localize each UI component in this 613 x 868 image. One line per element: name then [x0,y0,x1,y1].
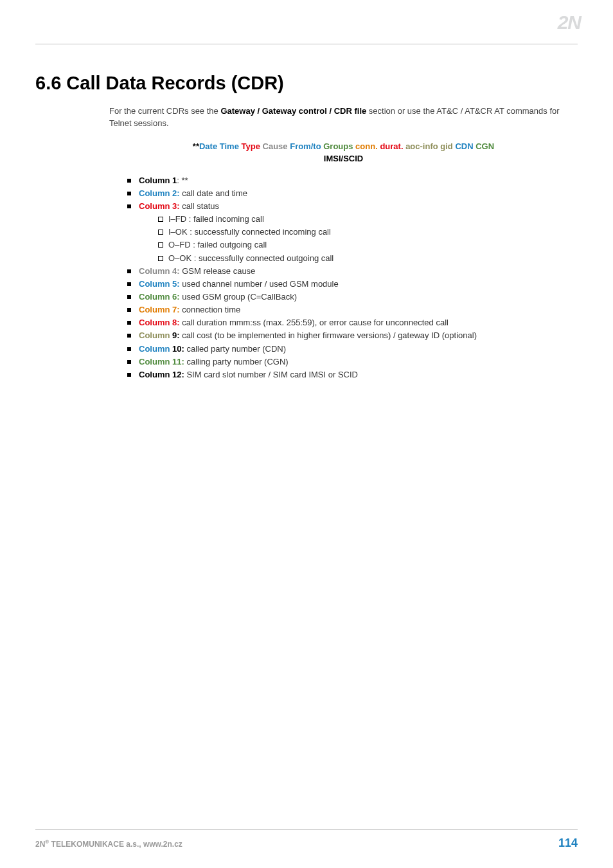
col-text: connection time [180,305,241,314]
fmt-type: Type [242,141,260,151]
col-text: used GSM group (C=CallBack) [180,292,297,302]
col-text: calling party number (CGN) [184,357,289,366]
fmt-imsi: IMSI/SCID [324,154,363,163]
footer-post: TELEKOMUNIKACE a.s., www.2n.cz [49,840,182,849]
list-item: Column 4: GSM release cause [127,265,578,278]
column-list: Column 1: ** Column 2: call date and tim… [109,174,578,381]
list-item: Column 9: call cost (to be implemented i… [127,329,578,342]
fmt-groups: Groups [323,141,353,151]
fmt-conn: conn. [355,141,378,151]
intro-paragraph: For the current CDRs see the Gateway / G… [109,105,578,130]
list-item: Column 1: ** [127,174,578,187]
col-num: 9: [172,330,180,340]
fmt-time: Time [220,141,239,151]
fmt-cdn: CDN [455,141,473,151]
brand-logo: 2N [558,12,581,33]
list-item: Column 3: call status I–FD : failed inco… [127,200,578,265]
footer-company: 2N® TELEKOMUNIKACE a.s., www.2n.cz [35,839,182,849]
list-item: Column 12: SIM card slot number / SIM ca… [127,368,578,381]
col-text: ** [181,176,188,185]
col-text: call cost (to be implemented in higher f… [180,330,477,340]
col-text: GSM release cause [180,266,256,276]
sub-list-item: O–OK : successfully connected outgoing c… [158,252,578,265]
footer-row: 2N® TELEKOMUNIKACE a.s., www.2n.cz 114 [35,836,578,850]
format-line: **Date Time Type Cause From/to Groups co… [109,140,578,165]
page-title: 6.6 Call Data Records (CDR) [35,73,578,94]
col-label: Column 3: [139,201,180,211]
col-text: SIM card slot number / SIM card IMSI or … [184,370,358,379]
list-item: Column 8: call duration mmm:ss (max. 255… [127,316,578,329]
col-text: call duration mmm:ss (max. 255:59), or e… [180,318,449,327]
col-label: Column 2: [139,188,180,198]
list-item: Column 7: connection time [127,303,578,316]
list-item: Column 10: called party number (CDN) [127,343,578,356]
sub-list-item: O–FD : failed outgoing call [158,239,578,251]
fmt-durat: durat. [380,141,403,151]
col-label: Column 11: [139,357,184,366]
fmt-cause: Cause [263,141,288,151]
intro-bold: Gateway / Gateway control / CDR file [220,106,366,116]
col-label: Column 8: [139,318,180,327]
col-label: Column [139,344,172,354]
fmt-aoc: aoc-info [405,141,438,151]
intro-pre: For the current CDRs see the [109,106,220,116]
col-label: Column 12: [139,370,184,379]
fmt-stars: ** [193,141,199,151]
col-text: used channel number / used GSM module [180,279,339,289]
fmt-date: Date [199,141,217,151]
page-number: 114 [558,836,578,850]
page-body: 6.6 Call Data Records (CDR) For the curr… [0,0,613,381]
sub-list-item: I–OK : successfully connected incoming c… [158,226,578,239]
col-label: Column 6: [139,292,180,302]
logo-text: 2N [558,12,581,33]
list-item: Column 11: calling party number (CGN) [127,356,578,368]
col-label: Column 5: [139,279,180,289]
col-text: called party number (CDN) [184,344,286,354]
header-divider [35,44,578,44]
col-text: call status [180,201,219,211]
col-label: Column 1 [139,176,177,185]
col-text: call date and time [180,188,248,198]
list-item: Column 2: call date and time [127,187,578,200]
footer-divider [35,829,578,830]
sub-list: I–FD : failed incoming call I–OK : succe… [139,213,578,265]
col-label: Column [139,330,172,340]
fmt-cgn: CGN [475,141,494,151]
sub-list-item: I–FD : failed incoming call [158,213,578,226]
col-label: Column 7: [139,305,180,314]
col-label: Column 4: [139,266,180,276]
col-num: 10: [172,344,184,354]
fmt-gid: gid [440,141,453,151]
footer-pre: 2N [35,840,45,849]
list-item: Column 5: used channel number / used GSM… [127,278,578,291]
content-area: For the current CDRs see the Gateway / G… [109,105,578,381]
page-footer: 2N® TELEKOMUNIKACE a.s., www.2n.cz 114 [35,829,578,850]
list-item: Column 6: used GSM group (C=CallBack) [127,291,578,303]
fmt-fromto: From/to [290,141,321,151]
